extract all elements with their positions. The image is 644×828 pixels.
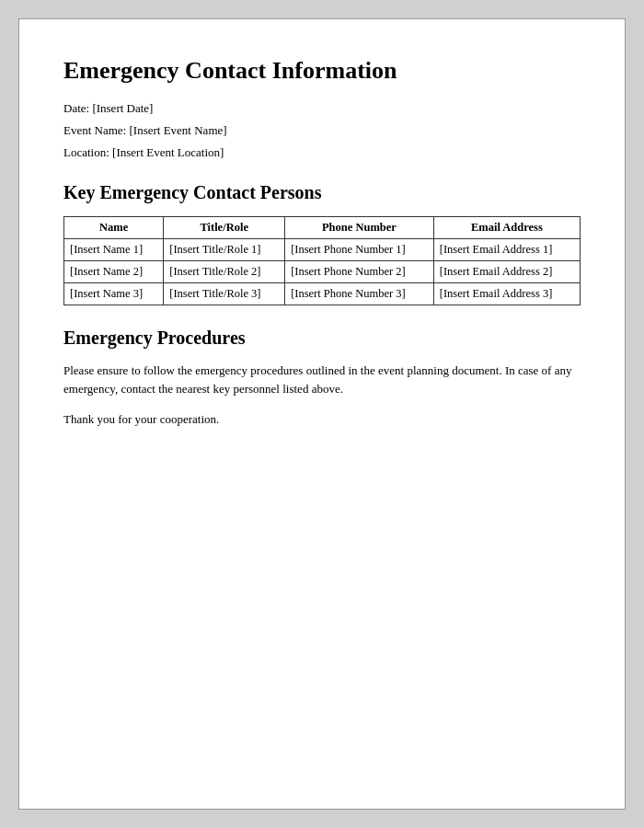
table-cell-r2-c4: [Insert Email Address 2] (433, 261, 580, 283)
table-cell-r1-c3: [Insert Phone Number 1] (285, 239, 434, 261)
table-row: [Insert Name 2][Insert Title/Role 2][Ins… (64, 261, 581, 283)
document-page: Emergency Contact Information Date: [Ins… (18, 18, 626, 810)
table-cell-r3-c3: [Insert Phone Number 3] (285, 283, 434, 305)
procedures-closing: Thank you for your cooperation. (63, 410, 581, 429)
event-name-label: Event Name: (63, 123, 126, 137)
table-row: [Insert Name 3][Insert Title/Role 3][Ins… (64, 283, 581, 305)
table-cell-r1-c1: [Insert Name 1] (64, 239, 164, 261)
table-cell-r2-c1: [Insert Name 2] (64, 261, 164, 283)
location-value: [Insert Event Location] (112, 145, 224, 159)
procedures-body: Please ensure to follow the emergency pr… (63, 362, 581, 397)
table-cell-r2-c2: [Insert Title/Role 2] (164, 261, 285, 283)
table-header-row: Name Title/Role Phone Number Email Addre… (64, 217, 581, 239)
date-value: [Insert Date] (92, 101, 153, 115)
table-cell-r1-c4: [Insert Email Address 1] (433, 239, 580, 261)
table-cell-r1-c2: [Insert Title/Role 1] (164, 239, 285, 261)
col-header-phone: Phone Number (285, 217, 434, 239)
col-header-name: Name (64, 217, 164, 239)
col-header-email: Email Address (433, 217, 580, 239)
location-line: Location: [Insert Event Location] (63, 145, 581, 160)
table-row: [Insert Name 1][Insert Title/Role 1][Ins… (64, 239, 581, 261)
location-label: Location: (63, 145, 109, 159)
event-name-line: Event Name: [Insert Event Name] (63, 123, 581, 138)
table-cell-r2-c3: [Insert Phone Number 2] (285, 261, 434, 283)
table-cell-r3-c1: [Insert Name 3] (64, 283, 164, 305)
col-header-title-role: Title/Role (164, 217, 285, 239)
page-title: Emergency Contact Information (63, 56, 581, 85)
procedures-section-title: Emergency Procedures (63, 328, 581, 349)
contacts-section-title: Key Emergency Contact Persons (63, 182, 581, 203)
date-label: Date: (63, 101, 89, 115)
contacts-table: Name Title/Role Phone Number Email Addre… (63, 216, 581, 305)
date-line: Date: [Insert Date] (63, 101, 581, 116)
event-name-value: [Insert Event Name] (129, 123, 226, 137)
table-cell-r3-c2: [Insert Title/Role 3] (164, 283, 285, 305)
table-cell-r3-c4: [Insert Email Address 3] (433, 283, 580, 305)
